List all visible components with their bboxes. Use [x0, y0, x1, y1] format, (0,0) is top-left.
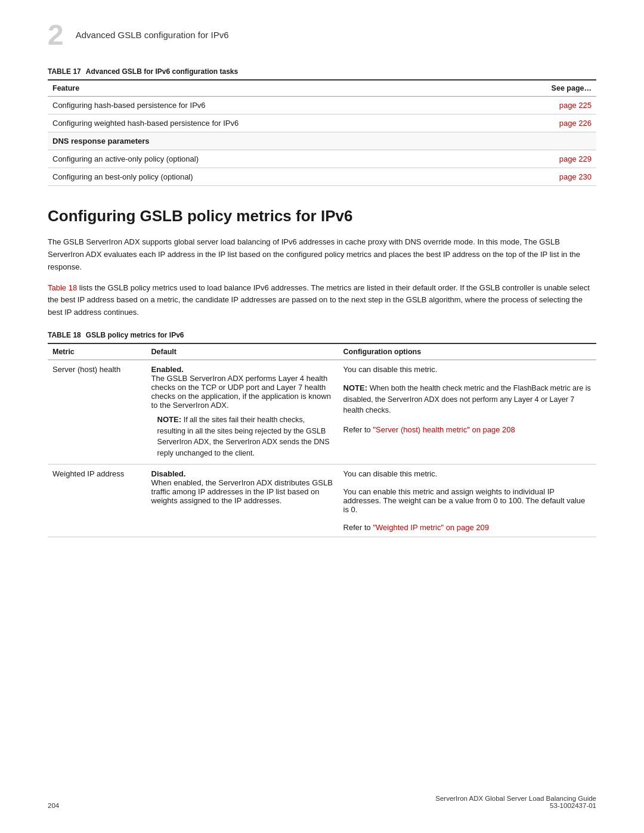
table17-title-row: TABLE 17 Advanced GSLB for IPv6 configur…	[48, 67, 596, 76]
table18-config-note-1: When both the health check metric and th…	[343, 384, 591, 415]
table17-label: TABLE 17	[48, 67, 81, 76]
table18: Metric Default Configuration options Ser…	[48, 343, 596, 537]
chapter-title: Advanced GSLB configuration for IPv6	[76, 24, 229, 40]
footer-doc-info: ServerIron ADX Global Server Load Balanc…	[435, 795, 596, 809]
section-title: Configuring GSLB policy metrics for IPv6	[48, 207, 596, 225]
table18-default-bold-2: Disabled.	[151, 469, 186, 478]
table18-config-2: You can disable this metric. You can ena…	[339, 464, 596, 537]
table17-page-cell: page 229	[525, 150, 596, 168]
table18-title: GSLB policy metrics for IPv6	[86, 331, 184, 339]
table18-metric-2: Weighted IP address	[48, 464, 147, 537]
table18-default-1: Enabled. The GSLB ServerIron ADX perform…	[147, 360, 339, 464]
table17-page-link[interactable]: page 225	[559, 101, 592, 110]
table18-metric-1: Server (host) health	[48, 360, 147, 464]
table17-page-cell: page 226	[525, 114, 596, 132]
footer-doc-num: 53-1002437-01	[550, 802, 596, 809]
table18-note-text-1: If all the sites fail their health check…	[157, 416, 330, 457]
table18-config-link-1[interactable]: "Server (host) health metric" on page 20…	[373, 425, 515, 434]
section-para2-text: lists the GSLB policy metrics used to lo…	[48, 283, 590, 317]
table18-note-block-1: NOTE: If all the sites fail their health…	[151, 414, 334, 459]
table17-page-link[interactable]: page 226	[559, 119, 592, 128]
page-header: 2 Advanced GSLB configuration for IPv6	[48, 24, 596, 49]
table17-page-link[interactable]: page 229	[559, 154, 592, 163]
section-para2: Table 18 lists the GSLB policy metrics u…	[48, 282, 596, 319]
table17-page-cell: page 230	[525, 168, 596, 186]
table18-row-1: Server (host) health Enabled. The GSLB S…	[48, 360, 596, 464]
table17-container: TABLE 17 Advanced GSLB for IPv6 configur…	[48, 67, 596, 186]
table17-feature-cell: Configuring hash-based persistence for I…	[48, 97, 525, 114]
table18-title-row: TABLE 18 GSLB policy metrics for IPv6	[48, 331, 596, 339]
table17-row: Configuring hash-based persistence for I…	[48, 97, 596, 114]
table18-label: TABLE 18	[48, 331, 81, 339]
table17-row: Configuring an best-only policy (optiona…	[48, 168, 596, 186]
table17-page-cell: page 225	[525, 97, 596, 114]
table18-config-note-label-1: NOTE:	[343, 383, 367, 392]
table17-section-cell: DNS response parameters	[48, 132, 596, 150]
table18-default-2: Disabled. When enabled, the ServerIron A…	[147, 464, 339, 537]
footer-page-num: 204	[48, 802, 59, 809]
table18-container: TABLE 18 GSLB policy metrics for IPv6 Me…	[48, 331, 596, 537]
table17-title: Advanced GSLB for IPv6 configuration tas…	[86, 67, 238, 76]
table17-col1-header: Feature	[48, 80, 525, 97]
table17: Feature See page… Configuring hash-based…	[48, 79, 596, 186]
table17-row: Configuring weighted hash-based persiste…	[48, 114, 596, 132]
table18-default-bold-1: Enabled.	[151, 365, 184, 374]
table18-col3-header: Configuration options	[339, 343, 596, 360]
table17-feature-cell: Configuring an active-only policy (optio…	[48, 150, 525, 168]
table18-row-2: Weighted IP address Disabled. When enabl…	[48, 464, 596, 537]
table17-row: Configuring an active-only policy (optio…	[48, 150, 596, 168]
table17-feature-cell: Configuring an best-only policy (optiona…	[48, 168, 525, 186]
table17-col2-header: See page…	[525, 80, 596, 97]
table18-config-1: You can disable this metric. NOTE: When …	[339, 360, 596, 464]
table17-feature-cell: Configuring weighted hash-based persiste…	[48, 114, 525, 132]
page-footer: 204 ServerIron ADX Global Server Load Ba…	[0, 795, 644, 809]
table18-link[interactable]: Table 18	[48, 283, 77, 292]
table17-section-row: DNS response parameters	[48, 132, 596, 150]
chapter-number: 2	[48, 21, 64, 49]
table17-page-link[interactable]: page 230	[559, 172, 592, 181]
table18-note-label-1: NOTE:	[157, 415, 181, 424]
table18-config-link-2[interactable]: "Weighted IP metric" on page 209	[373, 523, 488, 532]
section-para1: The GSLB ServerIron ADX supports global …	[48, 236, 596, 273]
footer-doc-title: ServerIron ADX Global Server Load Balanc…	[435, 795, 596, 802]
table18-col1-header: Metric	[48, 343, 147, 360]
table18-col2-header: Default	[147, 343, 339, 360]
